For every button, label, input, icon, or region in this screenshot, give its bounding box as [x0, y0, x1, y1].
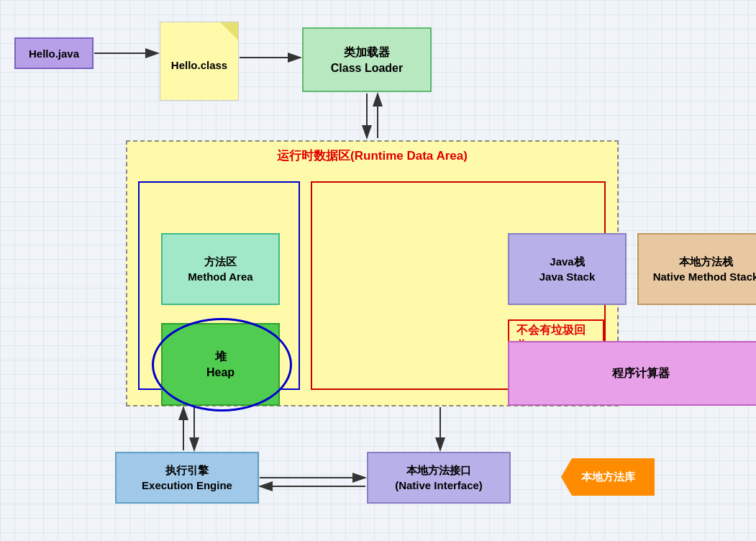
- runtime-area-box: 运行时数据区(Runtime Data Area) 方法区 Method Are…: [126, 140, 619, 406]
- native-stack-line1: 本地方法栈: [679, 255, 733, 269]
- heap-oval: [152, 318, 292, 412]
- exec-engine-box: 执行引擎 Execution Engine: [115, 452, 259, 504]
- hello-class-label: Hello.class: [171, 59, 227, 71]
- exec-engine-line2: Execution Engine: [142, 479, 232, 491]
- method-area-line1: 方法区: [204, 255, 237, 269]
- hello-class-box: Hello.class: [160, 22, 239, 101]
- program-counter-box: 程序计算器: [508, 341, 756, 406]
- runtime-area-label: 运行时数据区(Runtime Data Area): [127, 147, 617, 164]
- native-interface-line1: 本地方法接口: [406, 464, 471, 478]
- native-interface-line2: (Native Interface): [395, 479, 483, 491]
- native-lib-label: 本地方法库: [581, 470, 635, 484]
- hello-java-box: Hello.java: [14, 37, 94, 69]
- native-interface-box: 本地方法接口 (Native Interface): [367, 452, 511, 504]
- class-loader-line2: Class Loader: [331, 62, 403, 75]
- program-counter-label: 程序计算器: [612, 366, 670, 381]
- native-lib-box: 本地方法库: [561, 458, 655, 496]
- class-loader-box: 类加载器 Class Loader: [302, 27, 432, 92]
- hello-java-label: Hello.java: [29, 47, 79, 60]
- java-stack-line2: Java Stack: [539, 270, 596, 283]
- method-area-box: 方法区 Method Area: [161, 233, 280, 305]
- java-stack-box: Java栈 Java Stack: [508, 233, 627, 305]
- class-loader-line1: 类加载器: [344, 45, 390, 60]
- diagram-container: Hello.java Hello.class 类加载器 Class Loader…: [0, 0, 756, 541]
- java-stack-line1: Java栈: [550, 255, 584, 269]
- red-border-box: Java栈 Java Stack 本地方法栈 Native Method Sta…: [311, 181, 606, 390]
- blue-border-box: 方法区 Method Area 堆 Heap: [138, 181, 300, 390]
- method-area-line2: Method Area: [188, 270, 252, 283]
- native-stack-box: 本地方法栈 Native Method Stack: [637, 233, 756, 305]
- native-stack-line2: Native Method Stack: [653, 270, 756, 283]
- exec-engine-line1: 执行引擎: [165, 464, 209, 478]
